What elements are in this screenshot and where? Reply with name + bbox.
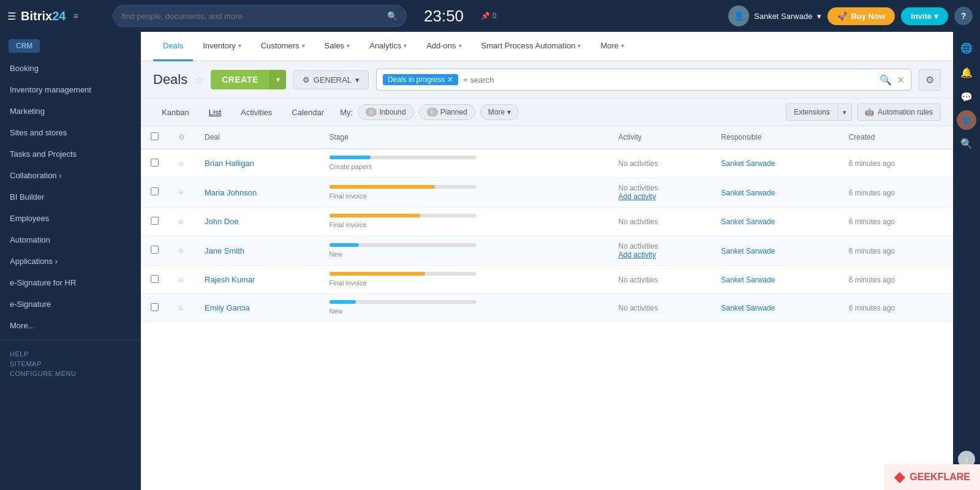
row-checkbox[interactable] (151, 217, 159, 225)
right-actions: Extensions ▾ 🤖 Automation rules (786, 104, 941, 121)
sidebar-item-marketing[interactable]: Marketing (0, 100, 141, 122)
global-search[interactable]: 🔍 (113, 5, 407, 27)
sidebar-item-more[interactable]: More... (0, 315, 141, 336)
sidebar-item-esignature[interactable]: e-Signature (0, 293, 141, 315)
automation-rules-button[interactable]: 🤖 Automation rules (857, 104, 941, 121)
add-activity-link[interactable]: Add activity (619, 192, 702, 201)
right-globe-icon[interactable]: 🌐 (956, 37, 978, 59)
nav-sales[interactable]: Sales▾ (315, 32, 360, 61)
sidebar-item-sites[interactable]: Sites and stores (0, 122, 141, 143)
right-avatar[interactable]: 👤 (957, 110, 976, 130)
deal-name-link[interactable]: Maria Johnson (205, 188, 257, 197)
remove-filter-tag[interactable]: ✕ (447, 75, 453, 84)
row-checkbox-cell[interactable] (141, 208, 168, 236)
nav-analytics[interactable]: Analytics▾ (360, 32, 417, 61)
clear-search-icon[interactable]: ✕ (897, 74, 905, 86)
responsible-link[interactable]: Sanket Sarwade (721, 247, 775, 255)
subnav-list[interactable]: List (200, 104, 230, 121)
planned-button[interactable]: 0 Planned (419, 104, 475, 120)
sidebar-item-applications[interactable]: Applications (0, 251, 141, 272)
inbound-button[interactable]: 0 Inbound (358, 104, 414, 120)
nav-deals[interactable]: Deals (153, 32, 193, 61)
responsible-link[interactable]: Sanket Sarwade (721, 159, 775, 168)
row-checkbox-cell[interactable] (141, 294, 168, 322)
sidebar-item-esignature-hr[interactable]: e-Signature for HR (0, 272, 141, 293)
nav-addons[interactable]: Add-ons▾ (417, 32, 471, 61)
help-button[interactable]: ? (954, 7, 973, 25)
add-activity-link[interactable]: Add activity (619, 251, 702, 259)
sidebar-item-inventory[interactable]: Inventory management (0, 79, 141, 100)
sidebar-configure-menu-link[interactable]: CONFIGURE MENU (10, 370, 131, 377)
sidebar-item-booking[interactable]: Booking (0, 58, 141, 79)
responsible-link[interactable]: Sanket Sarwade (721, 304, 775, 312)
row-checkbox-cell[interactable] (141, 236, 168, 266)
table-settings-button[interactable]: ⚙ (919, 69, 941, 91)
crm-badge[interactable]: CRM (9, 39, 40, 53)
more-button[interactable]: More ▾ (480, 104, 519, 120)
drag-handle-icon[interactable]: ≡ (178, 187, 183, 197)
deal-name-link[interactable]: John Doe (205, 217, 239, 226)
deal-name-link[interactable]: Rajesh Kumar (205, 275, 255, 284)
drag-handle-icon[interactable]: ≡ (178, 217, 183, 227)
responsible-link[interactable]: Sanket Sarwade (721, 276, 775, 284)
right-bell-icon[interactable]: 🔔 (956, 61, 978, 83)
select-all-header[interactable] (141, 126, 168, 149)
row-checkbox[interactable] (151, 246, 159, 254)
create-button[interactable]: CREATE (211, 70, 270, 89)
row-checkbox-cell[interactable] (141, 149, 168, 178)
nav-customers[interactable]: Customers▾ (251, 32, 315, 61)
row-checkbox[interactable] (151, 303, 159, 311)
extensions-dropdown-button[interactable]: ▾ (838, 104, 852, 121)
create-dropdown-button[interactable]: ▾ (270, 70, 286, 89)
sidebar-item-tasks[interactable]: Tasks and Projects (0, 143, 141, 165)
subnav-kanban[interactable]: Kanban (153, 104, 198, 121)
deal-name-link[interactable]: Brian Halligan (205, 159, 254, 168)
nav-inventory[interactable]: Inventory▾ (193, 32, 251, 61)
responsible-link[interactable]: Sanket Sarwade (721, 217, 775, 226)
search-input[interactable] (122, 12, 387, 21)
nav-spa[interactable]: Smart Process Automation▾ (472, 32, 591, 61)
sidebar-item-automation[interactable]: Automation (0, 229, 141, 251)
filter-button[interactable]: ⚙ GENERAL ▾ (293, 70, 369, 89)
sidebar-item-bibuilder[interactable]: BI Builder (0, 186, 141, 208)
gear-header[interactable]: ⚙ (168, 126, 195, 149)
extensions-button[interactable]: Extensions (786, 104, 838, 121)
stage-bar-container (330, 243, 477, 247)
sidebar-item-employees[interactable]: Employees (0, 208, 141, 229)
hamburger-menu[interactable]: ☰ (7, 10, 16, 22)
chevron-down-icon: ▾ (507, 108, 511, 116)
right-chat-icon[interactable]: 💬 (956, 86, 978, 108)
row-checkbox-cell[interactable] (141, 178, 168, 208)
drag-handle-icon[interactable]: ≡ (178, 275, 183, 285)
pin-icon: 📌 (481, 12, 490, 20)
right-search-icon[interactable]: 🔍 (956, 132, 978, 154)
deal-name-link[interactable]: Jane Smith (205, 246, 244, 255)
my-section: My: 0 Inbound 0 Planned More ▾ (340, 104, 519, 120)
gear-icon[interactable]: ⚙ (178, 133, 185, 141)
buy-now-button[interactable]: 🚀 Buy Now (827, 7, 895, 25)
drag-handle-icon[interactable]: ≡ (178, 303, 183, 313)
row-checkbox[interactable] (151, 159, 159, 167)
subnav-calendar[interactable]: Calendar (283, 104, 333, 121)
user-menu[interactable]: 👤 Sanket Sarwade ▾ (728, 6, 821, 26)
search-filter-area[interactable]: Deals in progress ✕ 🔍 ✕ (376, 69, 911, 91)
invite-button[interactable]: Invite ▾ (901, 7, 948, 25)
stage-cell: Final invoice (320, 266, 609, 294)
activity-cell: No activities Add activity (609, 178, 712, 208)
sidebar-sitemap-link[interactable]: SITEMAP (10, 360, 131, 368)
deal-name-link[interactable]: Emily Garcia (205, 303, 250, 312)
row-checkbox[interactable] (151, 275, 159, 283)
drag-handle-icon[interactable]: ≡ (178, 246, 183, 255)
crm-navigation: Deals Inventory▾ Customers▾ Sales▾ Analy… (141, 32, 953, 61)
drag-handle-icon[interactable]: ≡ (178, 159, 183, 168)
row-checkbox-cell[interactable] (141, 266, 168, 294)
subnav-activities[interactable]: Activities (232, 104, 281, 121)
select-all-checkbox[interactable] (151, 132, 159, 140)
sidebar-help-link[interactable]: HELP (10, 350, 131, 358)
row-checkbox[interactable] (151, 187, 159, 195)
deals-search-input[interactable] (463, 75, 875, 85)
responsible-link[interactable]: Sanket Sarwade (721, 189, 775, 197)
nav-more[interactable]: More▾ (590, 32, 634, 61)
sidebar-item-collaboration[interactable]: Collaboration (0, 165, 141, 186)
favorite-star-icon[interactable]: ☆ (195, 74, 203, 86)
